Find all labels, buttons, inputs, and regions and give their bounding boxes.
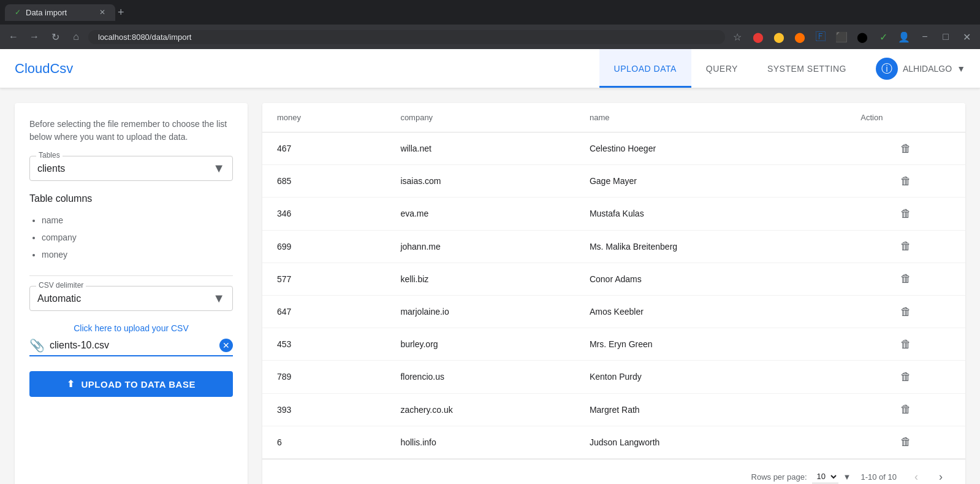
column-money: money [42,246,233,263]
close-window-icon[interactable]: ✕ [958,28,975,45]
cell-money: 346 [262,198,386,230]
paperclip-icon: 📎 [29,338,45,353]
user-avatar: ⓘ [876,58,898,80]
tab-close-icon[interactable]: ✕ [99,8,105,17]
app-logo: CloudCsv [15,61,73,77]
col-header-name: name [575,103,846,133]
ext2-icon[interactable]: ⬤ [770,28,788,45]
table-columns-section: Table columns name company money [29,193,233,263]
cell-name: Celestino Hoeger [575,133,846,165]
upload-icon: ⬆ [67,378,75,390]
home-button[interactable]: ⌂ [67,28,85,45]
delete-row-button[interactable]: 🗑 [900,272,911,285]
delete-row-button[interactable]: 🗑 [900,436,911,448]
forward-button[interactable]: → [26,28,43,45]
delete-row-button[interactable]: 🗑 [900,305,911,318]
tables-value: clients [37,163,65,174]
table-row: 647marjolaine.ioAmos Keebler🗑 [262,295,965,328]
delete-row-button[interactable]: 🗑 [900,403,911,415]
right-panel: money company name Action 467willa.netCe… [262,103,965,484]
person-icon: ⓘ [881,61,892,76]
table-row: 453burley.orgMrs. Eryn Green🗑 [262,328,965,361]
active-tab[interactable]: ✓ Data import ✕ [5,4,115,21]
back-button[interactable]: ← [5,28,22,45]
col-header-action: Action [846,103,965,133]
cell-company: hollis.info [386,426,575,458]
delete-row-button[interactable]: 🗑 [900,207,911,220]
upload-to-database-button[interactable]: ⬆ UPLOAD TO DATA BASE [29,371,233,397]
prev-page-button[interactable]: ‹ [906,467,926,484]
table-body: 467willa.netCelestino Hoeger🗑685isaias.c… [262,133,965,459]
cell-name: Kenton Purdy [575,361,846,393]
cell-company: florencio.us [386,361,575,393]
cell-name: Judson Langworth [575,426,846,458]
cell-action: 🗑 [846,133,965,165]
nav-upload-data[interactable]: UPLOAD DATA [599,49,691,88]
minimize-icon[interactable]: − [916,28,933,45]
maximize-icon[interactable]: □ [937,28,954,45]
tables-chevron-icon: ▼ [213,161,225,175]
upload-csv-link[interactable]: Click here to upload your CSV [29,323,233,333]
ext5-icon[interactable]: ⬛ [833,28,850,45]
columns-list: name company money [29,212,233,263]
cell-company: zachery.co.uk [386,393,575,426]
cell-name: Mustafa Kulas [575,198,846,230]
cell-company: willa.net [386,133,575,165]
user-menu[interactable]: ⓘ ALHIDALGO ▼ [876,58,965,80]
pagination-info: 1-10 of 10 [860,472,897,482]
delete-row-button[interactable]: 🗑 [900,240,911,252]
delete-row-button[interactable]: 🗑 [900,175,911,187]
cell-company: eva.me [386,198,575,230]
address-bar[interactable]: localhost:8080/data/import [88,30,725,44]
left-panel: Before selecting the file remember to ch… [15,103,248,484]
table-row: 577kelli.bizConor Adams🗑 [262,263,965,295]
cell-name: Amos Keebler [575,295,846,328]
upload-btn-label: UPLOAD TO DATA BASE [82,379,196,390]
rows-select-chevron-icon: ▼ [843,472,851,482]
col-header-money: money [262,103,386,133]
reload-button[interactable]: ↻ [47,28,64,45]
table-header: money company name Action [262,103,965,133]
tables-select-row[interactable]: clients ▼ [37,161,225,175]
cell-money: 453 [262,328,386,361]
csv-delimiter-field: CSV delimiter Automatic ▼ [29,286,233,311]
csv-delimiter-select-row[interactable]: Automatic ▼ [37,291,225,305]
browser-actions: ☆ ⬤ ⬤ ⬤ 🇫 ⬛ ⬤ ✓ 👤 − □ ✕ [729,28,975,45]
nav-system-setting[interactable]: SYSTEM SETTING [753,49,861,88]
tab-bar: ✓ Data import ✕ + [5,4,124,21]
cell-action: 🗑 [846,165,965,198]
clear-file-button[interactable]: ✕ [219,339,233,352]
col-header-company: company [386,103,575,133]
cell-money: 6 [262,426,386,458]
profile-icon[interactable]: 👤 [895,28,913,45]
next-page-button[interactable]: › [931,467,951,484]
ext3-icon[interactable]: ⬤ [791,28,808,45]
table-row: 346eva.meMustafa Kulas🗑 [262,198,965,230]
new-tab-button[interactable]: + [118,6,124,19]
address-text: localhost:8080/data/import [98,33,191,42]
cell-action: 🗑 [846,393,965,426]
nav-query[interactable]: QUERY [691,49,753,88]
cell-name: Gage Mayer [575,165,846,198]
delete-row-button[interactable]: 🗑 [900,142,911,155]
ext4-icon[interactable]: 🇫 [812,28,829,45]
delete-row-button[interactable]: 🗑 [900,371,911,383]
divider [29,275,233,276]
cell-company: marjolaine.io [386,295,575,328]
rows-per-page-control: Rows per page: 10 25 50 ▼ [751,470,851,483]
table-row: 699johann.meMs. Malika Breitenberg🗑 [262,230,965,263]
file-input-row: 📎 clients-10.csv ✕ [29,338,233,356]
cell-action: 🗑 [846,328,965,361]
cell-money: 393 [262,393,386,426]
browser-chrome: ✓ Data import ✕ + [0,0,980,25]
bookmark-icon[interactable]: ☆ [729,28,746,45]
ext1-icon[interactable]: ⬤ [750,28,767,45]
rows-per-page-select[interactable]: 10 25 50 [812,470,838,483]
delete-row-button[interactable]: 🗑 [900,338,911,350]
ext6-icon[interactable]: ⬤ [854,28,871,45]
data-table: money company name Action 467willa.netCe… [262,103,965,459]
cell-action: 🗑 [846,230,965,263]
csv-delimiter-label: CSV delimiter [36,281,86,290]
table-row: 789florencio.usKenton Purdy🗑 [262,361,965,393]
ext7-icon[interactable]: ✓ [875,28,892,45]
